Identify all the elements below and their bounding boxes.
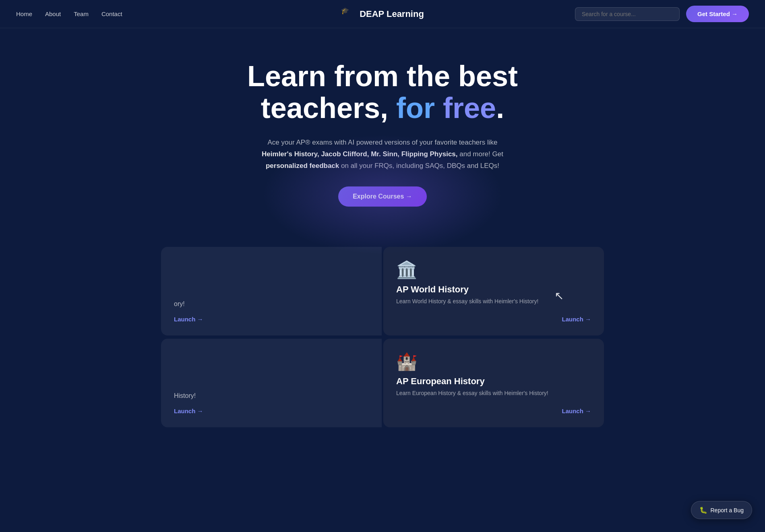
hero-section: Learn from the best teachers, for free. … — [0, 28, 765, 231]
european-history-desc: Learn European History & essay skills wi… — [396, 390, 591, 396]
nav-contact[interactable]: Contact — [101, 10, 122, 17]
hero-title: Learn from the best teachers, for free. — [16, 60, 749, 124]
card-content-european: 🏰 AP European History Learn European His… — [396, 352, 591, 404]
get-started-button[interactable]: Get Started → — [686, 6, 749, 22]
launch-link-left-2[interactable]: Launch → — [174, 408, 369, 414]
hero-subtitle: Ace your AP® exams with AI powered versi… — [262, 137, 503, 172]
nav-logo[interactable]: 🎓 DEAP Learning — [341, 7, 424, 21]
world-history-icon: 🏛️ — [396, 260, 591, 279]
logo-icon: 🎓 — [341, 7, 356, 21]
report-bug-button[interactable]: 🐛 Report a Bug — [691, 501, 753, 519]
european-history-icon: 🏰 — [396, 352, 591, 371]
nav-about[interactable]: About — [45, 10, 61, 17]
courses-grid: ory! Launch → 🏛️ AP World History Learn … — [161, 247, 604, 427]
european-history-title: AP European History — [396, 376, 591, 387]
launch-link-world-history[interactable]: Launch → — [562, 316, 591, 323]
partial-text-2: History! — [174, 392, 369, 400]
card-bottom-european: Launch → — [396, 408, 591, 414]
search-input[interactable] — [575, 7, 680, 21]
world-history-desc: Learn World History & essay skills with … — [396, 298, 591, 304]
partial-text-1: ory! — [174, 300, 369, 308]
report-bug-label: Report a Bug — [711, 507, 744, 513]
card-content-world: 🏛️ AP World History Learn World History … — [396, 260, 591, 313]
launch-link-left-1[interactable]: Launch → — [174, 316, 369, 323]
world-history-title: AP World History — [396, 284, 591, 295]
nav-home[interactable]: Home — [16, 10, 32, 17]
bug-icon: 🐛 — [699, 506, 707, 514]
card-bottom-world: Launch → — [396, 316, 591, 323]
launch-link-european-history[interactable]: Launch → — [562, 408, 591, 414]
nav-team[interactable]: Team — [74, 10, 89, 17]
nav-left: Home About Team Contact — [16, 10, 122, 17]
card-partial-left-1: ory! Launch → — [161, 247, 382, 335]
courses-section: ory! Launch → 🏛️ AP World History Learn … — [0, 231, 765, 427]
card-ap-world-history: 🏛️ AP World History Learn World History … — [383, 247, 604, 335]
logo-text: DEAP Learning — [360, 9, 424, 19]
explore-courses-button[interactable]: Explore Courses → — [338, 186, 427, 207]
nav-right: Get Started → — [575, 6, 749, 22]
card-ap-european-history: 🏰 AP European History Learn European His… — [383, 339, 604, 427]
navbar: Home About Team Contact 🎓 DEAP Learning … — [0, 0, 765, 28]
card-partial-left-2: History! Launch → — [161, 339, 382, 427]
